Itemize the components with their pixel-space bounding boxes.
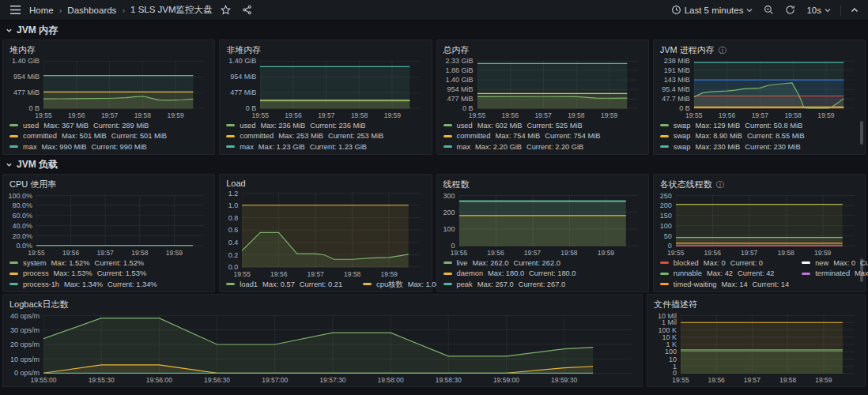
legend-max-value: Max: 8.90 MiB bbox=[695, 131, 742, 141]
x-tick-label: 19:57 bbox=[97, 249, 114, 257]
chart-process-memory[interactable]: 238 MiB191 MiB143 MiB95.4 MiB47.7 MiB0 B… bbox=[659, 58, 860, 119]
refresh-interval-dropdown[interactable]: 10s bbox=[803, 4, 834, 17]
legend-item-used[interactable]: usedMax: 236 MiBCurrent: 236 MiB bbox=[226, 121, 425, 131]
legend-item-swap[interactable]: swapMax: 8.90 MiBCurrent: 8.55 MiB bbox=[660, 131, 859, 141]
legend-swatch bbox=[443, 273, 452, 275]
panel-title-thread-count[interactable]: 线程数 bbox=[442, 178, 643, 193]
legend-item-committed[interactable]: committedMax: 253 MiBCurrent: 253 MiB bbox=[226, 131, 425, 141]
chart-cpu-usage[interactable]: 100.0%80.0%60.0%40.0%20.0%0.0%19:5519:56… bbox=[8, 193, 209, 257]
x-tick-label: 19:58 bbox=[560, 249, 577, 257]
chart-heap-memory[interactable]: 1.40 GiB954 MiB477 MiB0 B19:5519:5619:57… bbox=[8, 58, 209, 119]
breadcrumb-home[interactable]: Home bbox=[29, 6, 54, 15]
zoom-out-icon[interactable] bbox=[760, 3, 777, 17]
panel-title-file-descriptors[interactable]: 文件描述符 bbox=[652, 298, 860, 313]
y-tick-label: 95.4 MiB bbox=[662, 85, 690, 93]
chart-file-descriptors[interactable]: 10 Mil1 Mil100 K10 K1 K100101019:5519:56… bbox=[652, 313, 860, 384]
legend-max-value: Max: 129 MiB bbox=[695, 121, 740, 131]
legend-item-peak[interactable]: peakMax: 267.0Current: 267.0 bbox=[443, 280, 642, 290]
legend-max-value: Max: 1.34% bbox=[64, 280, 103, 290]
plot-area[interactable] bbox=[43, 315, 632, 374]
x-tick-label: 19:56:00 bbox=[146, 376, 172, 384]
legend-item-load1[interactable]: load1Max: 0.57Current: 0.21 bbox=[226, 280, 342, 290]
legend-item-used[interactable]: usedMax: 602 MiBCurrent: 525 MiB bbox=[443, 121, 642, 131]
legend-item-swap[interactable]: swapMax: 129 MiBCurrent: 50.8 MiB bbox=[660, 121, 859, 131]
chart-logback-logs[interactable]: 40 ops/m30 ops/m20 ops/m10 ops/m0 ops/m1… bbox=[8, 313, 637, 384]
chevron-down-icon bbox=[746, 8, 753, 13]
chart-thread-count[interactable]: 300200100019:5519:5619:5719:5819:59 bbox=[442, 193, 643, 257]
x-tick-label: 19:59 bbox=[817, 111, 834, 119]
legend-series-name: timed-waiting bbox=[674, 280, 717, 290]
x-tick-label: 19:57 bbox=[741, 249, 757, 257]
legend-item-max[interactable]: maxMax: 990 MiBCurrent: 990 MiB bbox=[9, 142, 208, 152]
legend-item-runnable[interactable]: runnableMax: 42Current: 42 bbox=[660, 269, 789, 279]
panel-title-load[interactable]: Load bbox=[225, 178, 426, 190]
legend-item-committed[interactable]: committedMax: 754 MiBCurrent: 754 MiB bbox=[443, 131, 642, 141]
panel-file-descriptors: 文件描述符10 Mil1 Mil100 K10 K1 K100101019:55… bbox=[647, 294, 866, 387]
y-axis-labels: 1.40 GiB954 MiB477 MiB0 B bbox=[225, 61, 260, 109]
plot-area[interactable] bbox=[36, 195, 204, 246]
x-tick-label: 19:56 bbox=[68, 111, 85, 119]
refresh-icon[interactable] bbox=[782, 3, 798, 17]
y-tick-label: 20 ops/m bbox=[10, 340, 40, 348]
info-icon[interactable]: ⓘ bbox=[719, 47, 726, 55]
chart-total-memory[interactable]: 2.33 GiB1.86 GiB1.40 GiB954 MiB477 MiB0 … bbox=[442, 58, 643, 119]
panel-title-thread-states[interactable]: 各状态线程数ⓘ bbox=[659, 178, 860, 193]
plot-area[interactable] bbox=[43, 61, 204, 109]
y-tick-label: 0.6 bbox=[228, 226, 239, 234]
x-axis-labels: 19:5519:5619:5719:5819:59 bbox=[681, 374, 855, 384]
legend-item-max[interactable]: maxMax: 2.20 GiBCurrent: 2.20 GiB bbox=[443, 142, 642, 152]
share-icon[interactable] bbox=[239, 3, 255, 17]
plot-area[interactable] bbox=[459, 195, 638, 246]
chart-thread-states[interactable]: 25020015010050019:5519:5619:5719:5819:59 bbox=[659, 193, 860, 257]
plot-area[interactable] bbox=[676, 195, 855, 246]
plot-area[interactable] bbox=[694, 61, 855, 109]
legend-item-max[interactable]: maxMax: 1.23 GiBCurrent: 1.23 GiB bbox=[226, 142, 425, 152]
panel-title-cpu-usage[interactable]: CPU 使用率 bbox=[8, 178, 209, 193]
panel-title-non-heap-memory[interactable]: 非堆内存 bbox=[225, 43, 426, 58]
legend-item-blocked[interactable]: blockedMax: 0Current: 0 bbox=[660, 258, 789, 269]
legend-item-timed-waiting[interactable]: timed-waitingMax: 14Current: 14 bbox=[660, 280, 789, 290]
legend-current-value: Current: 180.0 bbox=[529, 269, 576, 279]
legend-scrollbar[interactable] bbox=[860, 121, 863, 145]
legend-scrollbar[interactable] bbox=[860, 258, 863, 282]
x-tick-label: 19:56 bbox=[487, 249, 504, 257]
legend-item-swap[interactable]: swapMax: 230 MiBCurrent: 230 MiB bbox=[660, 142, 859, 152]
legend-item-process-1h[interactable]: process-1hMax: 1.34%Current: 1.34% bbox=[9, 280, 208, 290]
legend-item-terminated[interactable]: terminatedMax: 0Current: 0 bbox=[802, 269, 868, 279]
collapse-navbar-icon[interactable] bbox=[847, 6, 862, 14]
plot-area[interactable] bbox=[681, 315, 855, 374]
breadcrumb-separator: › bbox=[122, 6, 125, 15]
panel-title-heap-memory[interactable]: 堆内存 bbox=[8, 43, 209, 58]
chart-load[interactable]: 1.21.00.80.60.40.20.019:5519:5619:5719:5… bbox=[225, 190, 426, 278]
plot-area[interactable] bbox=[260, 61, 421, 109]
legend-item-system[interactable]: systemMax: 1.52%Current: 1.52% bbox=[9, 258, 208, 269]
legend-item-live[interactable]: liveMax: 262.0Current: 262.0 bbox=[443, 258, 642, 269]
legend-max-value: Max: 14 bbox=[722, 280, 748, 290]
panel-row-1: CPU 使用率100.0%80.0%60.0%40.0%20.0%0.0%19:… bbox=[0, 174, 868, 292]
legend-current-value: Current: 289 MiB bbox=[93, 121, 149, 131]
legend-item-used[interactable]: usedMax: 367 MiBCurrent: 289 MiB bbox=[9, 121, 208, 131]
row-header-1[interactable]: JVM 负载 bbox=[0, 157, 868, 172]
panel-title-total-memory[interactable]: 总内存 bbox=[442, 43, 643, 58]
plot-area[interactable] bbox=[477, 61, 638, 109]
star-icon[interactable] bbox=[217, 3, 234, 17]
plot-area[interactable] bbox=[242, 193, 421, 268]
legend-swatch bbox=[443, 135, 452, 137]
info-icon[interactable]: ⓘ bbox=[716, 181, 724, 189]
time-range-picker[interactable]: Last 5 minutes bbox=[668, 3, 757, 17]
x-tick-label: 19:55 bbox=[469, 111, 485, 119]
legend-item-new[interactable]: newMax: 0Current: 0 bbox=[802, 258, 868, 269]
chart-non-heap-memory[interactable]: 1.40 GiB954 MiB477 MiB0 B19:5519:5619:57… bbox=[225, 58, 426, 119]
legend-item-committed[interactable]: committedMax: 501 MiBCurrent: 501 MiB bbox=[9, 131, 208, 141]
panel-title-logback-logs[interactable]: Logback日志数 bbox=[8, 298, 637, 313]
y-tick-label: 191 MiB bbox=[664, 66, 690, 74]
menu-icon[interactable] bbox=[6, 3, 25, 17]
x-tick-label: 19:57 bbox=[744, 376, 760, 384]
legend-max-value: Max: 267.0 bbox=[477, 280, 514, 290]
legend-item-daemon[interactable]: daemonMax: 180.0Current: 180.0 bbox=[443, 269, 642, 279]
breadcrumb-dashboards[interactable]: Dashboards bbox=[67, 6, 116, 15]
legend-current-value: Current: 230 MiB bbox=[745, 142, 800, 152]
row-header-0[interactable]: JVM 内存 bbox=[0, 23, 868, 38]
panel-title-process-memory[interactable]: JVM 进程内存ⓘ bbox=[659, 43, 860, 58]
legend-item-process[interactable]: processMax: 1.53%Current: 1.53% bbox=[9, 269, 208, 279]
